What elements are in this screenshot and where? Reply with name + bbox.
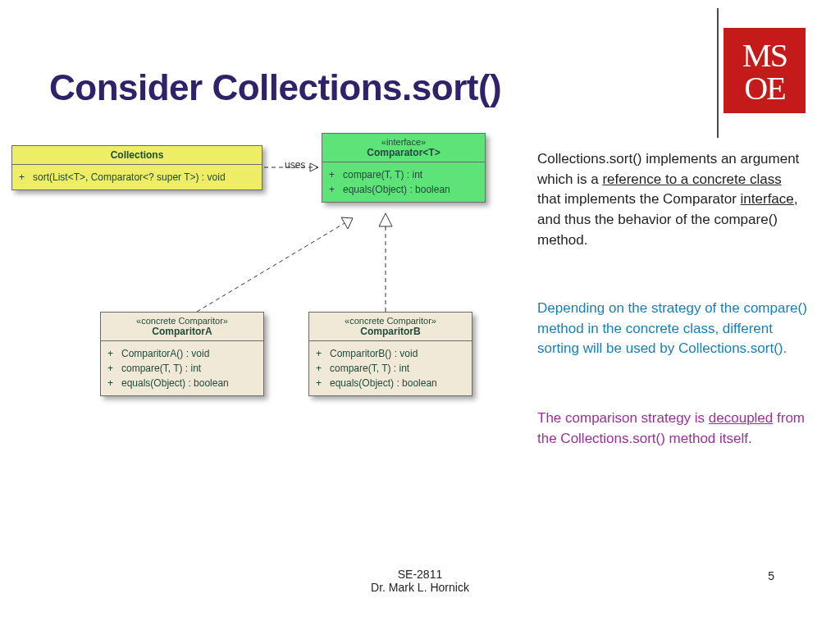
uml-comparator-ops: + compare(T, T) : int + equals(Object) :… — [322, 162, 485, 202]
uml-collections: Collections + sort(List<T>, Comparator<?… — [11, 145, 262, 190]
uml-compB-name: ComparitorB — [316, 326, 465, 337]
uml-compB-stereo: «concrete Comparitor» — [316, 316, 465, 326]
uml-comparator: «interface» Comparator<T> + compare(T, T… — [322, 133, 486, 203]
uml-collections-ops: + sort(List<T>, Comparator<? super T>) :… — [12, 165, 262, 189]
footer: SE-2811 Dr. Mark L. Hornick — [0, 568, 840, 594]
uml-comparator-header: «interface» Comparator<T> — [322, 134, 485, 162]
uml-comparitor-a: «concrete Comparitor» ComparitorA + Comp… — [100, 312, 264, 396]
svg-line-1 — [197, 218, 353, 312]
paragraph-3: The comparison strategy is decoupled fro… — [537, 409, 808, 449]
uml-compB-ops: + ComparitorB() : void + compare(T, T) :… — [309, 341, 472, 395]
uml-comparator-stereo: «interface» — [329, 137, 478, 147]
p1-t2: that implements the Comparator — [537, 191, 741, 207]
page-number: 5 — [768, 569, 774, 582]
uml-compA-stereo: «concrete Comparitor» — [107, 316, 257, 326]
p1-u2: interface — [741, 191, 794, 207]
uml-compB-header: «concrete Comparitor» ComparitorB — [309, 313, 472, 341]
footer-author: Dr. Mark L. Hornick — [0, 581, 840, 594]
svg-marker-4 — [379, 213, 392, 226]
paragraph-1: Collections.sort() implements an argumen… — [537, 149, 808, 250]
uml-compA-header: «concrete Comparitor» ComparitorA — [101, 313, 263, 341]
header-divider — [717, 8, 719, 138]
msoe-logo: MS OE — [724, 28, 806, 113]
uses-label: uses — [285, 159, 305, 171]
p3-t1: The comparison strategy is — [537, 410, 709, 426]
svg-marker-2 — [341, 217, 353, 229]
uml-comparator-name: Comparator<T> — [329, 147, 478, 158]
uml-compA-ops: + ComparitorA() : void + compare(T, T) :… — [101, 341, 263, 395]
uml-comparitor-b: «concrete Comparitor» ComparitorB + Comp… — [308, 312, 472, 396]
p3-u1: decoupled — [709, 410, 773, 426]
logo-line1: MS — [742, 39, 787, 72]
slide-title: Consider Collections.sort() — [49, 67, 501, 108]
uml-collections-name: Collections — [12, 146, 262, 165]
uml-compA-name: ComparitorA — [107, 326, 257, 337]
p1-u1: reference to a concrete class — [602, 171, 781, 187]
paragraph-2: Depending on the strategy of the compare… — [537, 299, 808, 359]
footer-course: SE-2811 — [0, 568, 840, 581]
logo-line2: OE — [744, 72, 784, 105]
